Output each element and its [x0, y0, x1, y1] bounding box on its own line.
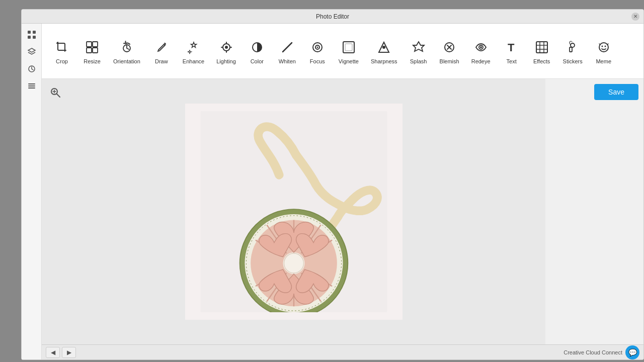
whiten-label: Whiten	[279, 58, 296, 64]
tool-focus[interactable]: Focus	[302, 35, 333, 67]
svg-rect-1	[33, 31, 36, 34]
tool-crop[interactable]: Crop	[47, 35, 77, 67]
bottom-right: Creative Cloud Connect 💬	[564, 345, 639, 359]
tool-redeye[interactable]: Redeye	[465, 35, 497, 67]
left-sidebar	[22, 24, 42, 359]
text-label: Text	[507, 58, 517, 64]
tool-text[interactable]: TText	[497, 35, 527, 67]
tool-vignette[interactable]: Vignette	[333, 35, 365, 67]
right-sidebar: Save	[545, 79, 643, 344]
text-icon: T	[503, 38, 521, 56]
left-icon-grid[interactable]	[25, 28, 39, 42]
splash-label: Splash	[410, 58, 427, 64]
enhance-label: Enhance	[183, 58, 204, 64]
draw-icon	[152, 38, 171, 56]
svg-rect-8	[87, 42, 92, 47]
tool-whiten[interactable]: Whiten	[272, 35, 302, 67]
color-label: Color	[251, 58, 264, 64]
editor-body: Save	[42, 79, 643, 344]
svg-rect-2	[28, 36, 31, 39]
tool-resize[interactable]: Resize	[77, 35, 107, 67]
resize-icon	[83, 38, 101, 56]
color-icon	[248, 38, 266, 56]
meme-label: Meme	[596, 58, 611, 64]
tool-orientation[interactable]: Orientation	[107, 35, 146, 67]
zoom-icon[interactable]	[48, 85, 63, 100]
effects-label: Effects	[533, 58, 550, 64]
svg-point-42	[599, 43, 608, 52]
svg-rect-11	[93, 48, 98, 53]
svg-point-43	[601, 45, 603, 47]
tool-splash[interactable]: Splash	[404, 35, 434, 67]
svg-point-44	[604, 45, 606, 47]
image-canvas	[185, 104, 403, 320]
bottom-nav: ◀ ▶	[46, 347, 76, 358]
tool-enhance[interactable]: Enhance	[177, 35, 210, 67]
blemish-icon	[440, 38, 458, 56]
photo-editor-window: Photo Editor ✕	[21, 9, 644, 360]
forward-button[interactable]: ▶	[62, 347, 76, 358]
crop-icon	[53, 38, 71, 56]
tool-stickers[interactable]: Stickers	[557, 35, 589, 67]
left-icon-stack[interactable]	[25, 79, 39, 93]
svg-point-23	[316, 46, 318, 48]
splash-icon	[410, 38, 428, 56]
enhance-icon	[185, 38, 203, 56]
tool-draw[interactable]: Draw	[146, 35, 177, 67]
svg-text:T: T	[508, 41, 515, 54]
chat-bubble-icon[interactable]: 💬	[625, 345, 639, 359]
main-area: CropResizeOrientationDrawEnhanceLighting…	[22, 24, 643, 359]
stickers-label: Stickers	[563, 58, 583, 64]
blemish-label: Blemish	[440, 58, 459, 64]
tool-lighting[interactable]: Lighting	[210, 35, 242, 67]
svg-rect-7	[28, 87, 35, 88]
back-button[interactable]: ◀	[46, 347, 60, 358]
left-icon-layers[interactable]	[25, 45, 39, 59]
svg-rect-5	[28, 83, 35, 84]
svg-point-40	[571, 43, 575, 47]
svg-point-64	[284, 253, 303, 273]
orientation-icon	[118, 38, 136, 56]
draw-label: Draw	[155, 58, 168, 64]
save-button[interactable]: Save	[594, 84, 638, 100]
toolbar: CropResizeOrientationDrawEnhanceLighting…	[42, 24, 643, 79]
left-icon-refresh[interactable]	[25, 62, 39, 76]
svg-point-33	[480, 46, 482, 48]
canvas-area	[42, 79, 545, 344]
close-button[interactable]: ✕	[631, 13, 639, 21]
vignette-label: Vignette	[339, 58, 359, 64]
redeye-label: Redeye	[471, 58, 491, 64]
citrus-bag-illustration	[198, 111, 389, 312]
orientation-label: Orientation	[113, 58, 140, 64]
cloud-label: Creative Cloud Connect	[564, 349, 622, 355]
svg-rect-24	[343, 42, 354, 53]
svg-point-27	[382, 46, 385, 49]
stickers-icon	[564, 38, 582, 56]
svg-rect-10	[87, 48, 92, 53]
svg-marker-28	[413, 42, 424, 51]
focus-label: Focus	[310, 58, 325, 64]
svg-point-14	[225, 46, 228, 49]
redeye-icon	[472, 38, 490, 56]
tool-sharpness[interactable]: Sharpness	[365, 35, 404, 67]
tool-meme[interactable]: Meme	[589, 35, 619, 67]
svg-rect-3	[33, 36, 36, 39]
svg-rect-9	[93, 42, 98, 47]
svg-line-46	[57, 94, 60, 97]
sharpness-label: Sharpness	[371, 58, 397, 64]
effects-icon	[533, 38, 551, 56]
tool-effects[interactable]: Effects	[527, 35, 557, 67]
lighting-label: Lighting	[216, 58, 236, 64]
tool-color[interactable]: Color	[242, 35, 272, 67]
save-area: Save	[545, 79, 643, 105]
svg-line-20	[283, 43, 292, 52]
tool-blemish[interactable]: Blemish	[434, 35, 465, 67]
sharpness-icon	[375, 38, 393, 56]
window-title: Photo Editor	[316, 13, 349, 20]
focus-icon	[308, 38, 327, 56]
svg-rect-0	[28, 31, 31, 34]
lighting-icon	[217, 38, 235, 56]
crop-label: Crop	[56, 58, 68, 64]
svg-rect-35	[536, 42, 547, 53]
vignette-icon	[340, 38, 358, 56]
